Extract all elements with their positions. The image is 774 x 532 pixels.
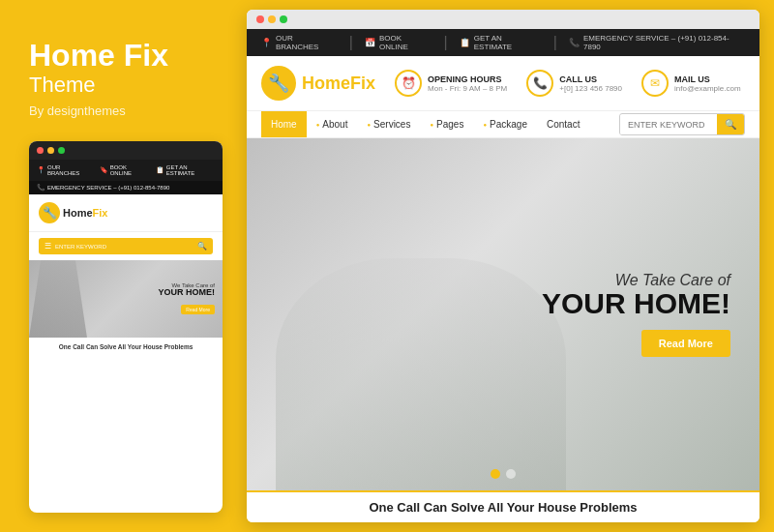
mini-topbar-branches: 📍 OUR BRANCHES bbox=[37, 164, 92, 176]
clock-icon: ⏰ bbox=[395, 70, 422, 97]
topbar-sep2: | bbox=[444, 34, 448, 51]
topbar-book: 📅 BOOK ONLINE bbox=[365, 34, 432, 51]
hero-content: We Take Care of YOUR HOME! Read More bbox=[542, 272, 730, 357]
emergency-icon: 📞 bbox=[569, 38, 580, 47]
mini-topbar-emergency: 📞 EMERGENCY SERVICE – (+91) 012-854-7890 bbox=[29, 181, 223, 194]
hero-person-silhouette bbox=[276, 258, 566, 490]
hero-section: We Take Care of YOUR HOME! Read More bbox=[247, 138, 759, 490]
right-panel: 📍 OUR BRANCHES | 📅 BOOK ONLINE | 📋 GET A… bbox=[247, 10, 759, 522]
site-nav: Home ● About ● Services ● Pages ● Packag… bbox=[247, 111, 759, 138]
mini-dot-yellow bbox=[47, 147, 54, 154]
browser-dot-red bbox=[256, 15, 264, 23]
nav-services[interactable]: ● Services bbox=[357, 111, 420, 137]
header-hours-text: OPENING HOURS Mon - Fri: 9 AM – 8 PM bbox=[428, 74, 507, 93]
nav-pages[interactable]: ● Pages bbox=[420, 111, 473, 137]
nav-home[interactable]: Home bbox=[261, 111, 307, 137]
mini-search-button[interactable]: 🔍 bbox=[197, 242, 207, 251]
site-header: 🔧 HomeFix ⏰ OPENING HOURS Mon - Fri: 9 A… bbox=[247, 56, 759, 111]
mini-logo-text: HomeFix bbox=[63, 207, 107, 219]
header-phone: 📞 CALL US +[0] 123 456 7890 bbox=[526, 70, 622, 97]
nav-about[interactable]: ● About bbox=[307, 111, 358, 137]
topbar-estimate: 📋 GET AN ESTIMATE bbox=[460, 34, 542, 51]
mini-book-icon: 🔖 bbox=[100, 166, 108, 174]
mini-topbar: 📍 OUR BRANCHES 🔖 BOOK ONLINE 📋 GET AN ES… bbox=[29, 160, 223, 181]
mini-hero-bg bbox=[29, 260, 87, 338]
mini-menu-icon: ☰ bbox=[45, 242, 51, 251]
phone-icon: 📞 bbox=[526, 70, 553, 97]
header-info: ⏰ OPENING HOURS Mon - Fri: 9 AM – 8 PM 📞… bbox=[395, 70, 745, 97]
site-logo: 🔧 HomeFix bbox=[261, 66, 375, 101]
estimate-icon: 📋 bbox=[460, 38, 470, 47]
nav-dot-about: ● bbox=[316, 122, 320, 128]
header-mail: ✉ MAIL US info@example.com bbox=[641, 70, 741, 97]
nav-search[interactable]: 🔍 bbox=[619, 113, 745, 135]
browser-dot-green bbox=[280, 15, 287, 23]
mini-phone-icon: 📞 bbox=[37, 184, 45, 192]
header-mail-text: MAIL US info@example.com bbox=[674, 74, 741, 93]
bottom-text: One Call Can Solve All Your House Proble… bbox=[261, 500, 745, 515]
mini-logo: 🔧 HomeFix bbox=[39, 202, 107, 223]
site-topbar: 📍 OUR BRANCHES | 📅 BOOK ONLINE | 📋 GET A… bbox=[247, 29, 759, 56]
book-icon: 📅 bbox=[365, 38, 375, 47]
nav-items: Home ● About ● Services ● Pages ● Packag… bbox=[261, 111, 619, 137]
hero-read-more-button[interactable]: Read More bbox=[641, 330, 730, 357]
brand-title: Home Fix Theme By designthemes bbox=[29, 39, 223, 141]
header-hours: ⏰ OPENING HOURS Mon - Fri: 9 AM – 8 PM bbox=[395, 70, 507, 97]
mini-dot-red bbox=[37, 147, 44, 154]
topbar-emergency: 📞 EMERGENCY SERVICE – (+91) 012-854-7890 bbox=[569, 34, 745, 51]
mini-estimate-icon: 📋 bbox=[156, 166, 164, 174]
logo-icon: 🔧 bbox=[261, 66, 296, 101]
mini-search-bar[interactable]: ☰ ENTER KEYWORD 🔍 bbox=[39, 238, 213, 254]
hero-slider-dots bbox=[491, 469, 516, 479]
hero-dot-2[interactable] bbox=[506, 469, 516, 479]
mini-preview-card: 📍 OUR BRANCHES 🔖 BOOK ONLINE 📋 GET AN ES… bbox=[29, 141, 223, 513]
nav-dot-services: ● bbox=[367, 122, 371, 128]
nav-dot-package: ● bbox=[483, 122, 487, 128]
topbar-branches: 📍 OUR BRANCHES bbox=[261, 34, 338, 51]
browser-dot-yellow bbox=[268, 15, 276, 23]
logo-text: HomeFix bbox=[302, 74, 375, 94]
nav-contact[interactable]: Contact bbox=[537, 111, 589, 137]
topbar-sep3: | bbox=[553, 34, 557, 51]
nav-dot-pages: ● bbox=[430, 122, 433, 128]
mini-header: 🔧 HomeFix bbox=[29, 194, 223, 232]
left-panel: Home Fix Theme By designthemes 📍 OUR BRA… bbox=[0, 0, 242, 532]
nav-package[interactable]: ● Package bbox=[473, 111, 537, 137]
mini-emergency-item: 📞 EMERGENCY SERVICE – (+91) 012-854-7890 bbox=[37, 184, 169, 192]
mail-icon: ✉ bbox=[641, 70, 669, 97]
mini-hero: We Take Care of YOUR HOME! Read More bbox=[29, 260, 223, 338]
nav-search-button[interactable]: 🔍 bbox=[717, 114, 744, 134]
browser-chrome bbox=[247, 10, 759, 29]
nav-search-input[interactable] bbox=[620, 115, 717, 134]
mini-logo-icon: 🔧 bbox=[39, 202, 60, 223]
topbar-sep1: | bbox=[349, 34, 353, 51]
header-phone-text: CALL US +[0] 123 456 7890 bbox=[559, 74, 622, 93]
hero-dot-1[interactable] bbox=[491, 469, 500, 479]
site-bottom: One Call Can Solve All Your House Proble… bbox=[247, 490, 759, 522]
mini-topbar-book: 🔖 BOOK ONLINE bbox=[100, 164, 148, 176]
mini-footer-text: One Call Can Solve All Your House Proble… bbox=[29, 338, 223, 356]
mini-dot-green bbox=[58, 147, 65, 154]
mini-window-controls bbox=[29, 141, 223, 160]
mini-topbar-estimate: 📋 GET AN ESTIMATE bbox=[156, 164, 215, 176]
location-icon: 📍 bbox=[261, 38, 272, 47]
mini-hero-content: We Take Care of YOUR HOME! Read More bbox=[159, 282, 216, 315]
mini-location-icon: 📍 bbox=[37, 166, 45, 174]
